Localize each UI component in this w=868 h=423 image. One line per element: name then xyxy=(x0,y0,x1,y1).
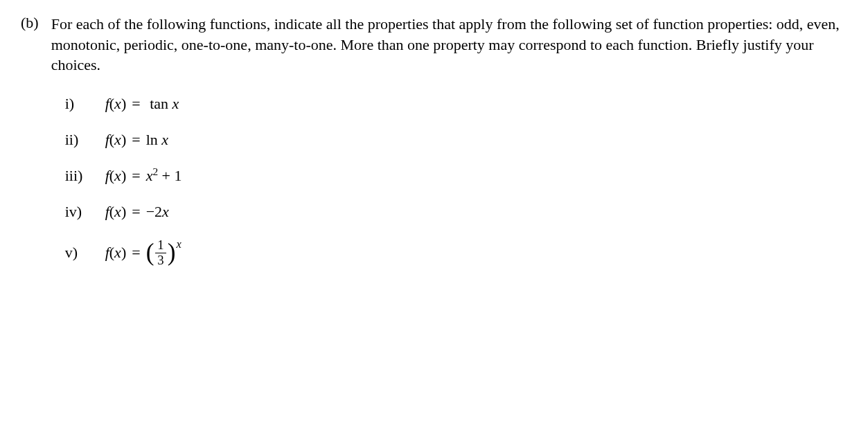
item-equation: f(x) = x2 + 1 xyxy=(105,167,182,185)
numerator: 1 xyxy=(155,239,166,253)
fraction: 1 3 xyxy=(155,239,166,267)
right-paren-icon: ) xyxy=(168,243,176,262)
rhs: ( 1 3 ) x xyxy=(146,239,181,267)
lhs: f(x) xyxy=(105,95,127,113)
equals: = xyxy=(126,203,145,221)
denominator: 3 xyxy=(155,253,166,267)
equals: = xyxy=(126,167,145,185)
lhs: f(x) xyxy=(105,244,127,262)
exponent: x xyxy=(176,237,181,251)
problem-label: (b) xyxy=(21,14,39,285)
problem-text: For each of the following functions, ind… xyxy=(51,14,847,75)
equals: = xyxy=(126,131,145,149)
items-list: i) f(x) = tan x ii) f(x) = ln x iii) f xyxy=(51,95,847,267)
rhs: −2x xyxy=(146,203,169,221)
item-v: v) f(x) = ( 1 3 ) x xyxy=(65,239,847,267)
item-i: i) f(x) = tan x xyxy=(65,95,847,113)
item-equation: f(x) = ( 1 3 ) x xyxy=(105,239,181,267)
lhs: f(x) xyxy=(105,203,127,221)
item-label: v) xyxy=(65,244,105,262)
rhs: tan x xyxy=(146,95,179,113)
item-label: iv) xyxy=(65,203,105,221)
item-label: ii) xyxy=(65,131,105,149)
equals: = xyxy=(126,95,145,113)
problem-container: (b) For each of the following functions,… xyxy=(21,14,847,285)
rhs: x2 + 1 xyxy=(146,167,182,185)
lhs: f(x) xyxy=(105,131,127,149)
lhs: f(x) xyxy=(105,167,127,185)
item-equation: f(x) = ln x xyxy=(105,131,168,149)
item-iii: iii) f(x) = x2 + 1 xyxy=(65,167,847,185)
item-equation: f(x) = −2x xyxy=(105,203,169,221)
left-paren-icon: ( xyxy=(146,243,154,262)
item-ii: ii) f(x) = ln x xyxy=(65,131,847,149)
problem-content: For each of the following functions, ind… xyxy=(51,14,847,285)
equals: = xyxy=(126,244,145,262)
item-label: i) xyxy=(65,95,105,113)
item-iv: iv) f(x) = −2x xyxy=(65,203,847,221)
rhs: ln x xyxy=(146,131,168,149)
item-label: iii) xyxy=(65,167,105,185)
item-equation: f(x) = tan x xyxy=(105,95,179,113)
